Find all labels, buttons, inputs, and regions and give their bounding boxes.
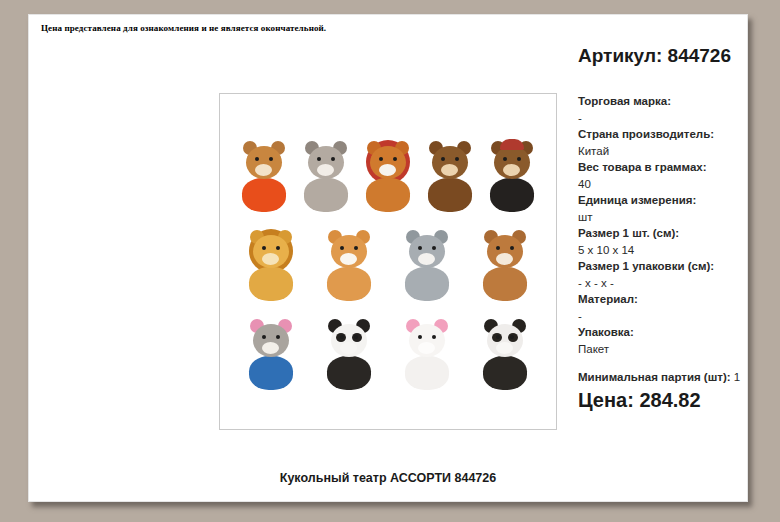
toy-gray-hamster — [297, 136, 355, 216]
muzzle-shape — [262, 342, 279, 354]
field-value: - — [578, 110, 744, 127]
body-shape — [327, 267, 371, 301]
minimum-batch-line: Минимальная партия (шт): 1 — [578, 370, 744, 385]
eye-shape — [503, 157, 507, 161]
field-weight: Вес товара в граммах: 40 — [578, 159, 744, 192]
field-value: шт — [578, 209, 744, 226]
field-unit: Единица измерения: шт — [578, 192, 744, 225]
muzzle-shape — [496, 342, 513, 354]
product-details-column: Артикул: 844726 Торговая марка: - Страна… — [578, 45, 744, 412]
field-country: Страна производитель: Китай — [578, 126, 744, 159]
muzzle-shape — [379, 164, 396, 176]
field-item-size: Размер 1 шт. (см): 5 x 10 x 14 — [578, 225, 744, 258]
toy-white-hamster — [398, 314, 456, 394]
body-shape — [304, 178, 348, 212]
toy-orange-horse — [359, 136, 417, 216]
minimum-batch-value: 1 — [734, 371, 740, 383]
muzzle-shape — [441, 164, 458, 176]
muzzle-shape — [418, 253, 435, 265]
price-disclaimer: Цена представлена для ознакомления и не … — [41, 23, 326, 33]
body-shape — [249, 267, 293, 301]
eye-shape — [340, 246, 344, 250]
field-label: Страна производитель: — [578, 126, 744, 143]
toy-tabby-cat — [320, 225, 378, 305]
toy-cat-blue-sweater — [242, 314, 300, 394]
toy-brown-monkey — [421, 136, 479, 216]
toy-lion — [242, 225, 300, 305]
field-label: Материал: — [578, 291, 744, 308]
eye-shape — [510, 335, 514, 339]
body-shape — [327, 356, 371, 390]
price-line: Цена: 284.82 — [578, 389, 744, 412]
body-shape — [249, 356, 293, 390]
minimum-batch-label: Минимальная партия (шт): — [578, 371, 731, 383]
eye-shape — [418, 335, 422, 339]
eye-shape — [276, 246, 280, 250]
field-value: 40 — [578, 176, 744, 193]
muzzle-shape — [262, 253, 279, 265]
price-value: 284.82 — [639, 389, 700, 411]
muzzle-shape — [496, 253, 513, 265]
body-shape — [490, 178, 534, 212]
eye-shape — [262, 335, 266, 339]
muzzle-shape — [317, 164, 334, 176]
field-label: Размер 1 шт. (см): — [578, 225, 744, 242]
eye-shape — [340, 335, 344, 339]
toy-row — [242, 225, 534, 305]
body-shape — [428, 178, 472, 212]
muzzle-shape — [418, 342, 435, 354]
muzzle-shape — [340, 253, 357, 265]
toy-panda — [320, 314, 378, 394]
body-shape — [405, 267, 449, 301]
body-shape — [366, 178, 410, 212]
product-image-grid — [220, 94, 556, 429]
field-label: Единица измерения: — [578, 192, 744, 209]
eye-shape — [517, 157, 521, 161]
field-label: Торговая марка: — [578, 93, 744, 110]
eye-shape — [379, 157, 383, 161]
eye-shape — [441, 157, 445, 161]
toy-brown-hamster — [476, 225, 534, 305]
article-number-heading: Артикул: 844726 — [578, 45, 744, 67]
eye-shape — [496, 246, 500, 250]
field-value: - — [578, 308, 744, 325]
price-label: Цена: — [578, 389, 634, 411]
toy-row — [235, 136, 541, 216]
eye-shape — [317, 157, 321, 161]
toy-teddy-bear-orange-shirt — [235, 136, 293, 216]
field-value: Китай — [578, 143, 744, 160]
toy-row — [242, 314, 534, 394]
field-value: - x - x - — [578, 275, 744, 292]
eye-shape — [262, 246, 266, 250]
product-card-page: Цена представлена для ознакомления и не … — [28, 14, 748, 502]
muzzle-shape — [340, 342, 357, 354]
field-label: Размер 1 упаковки (см): — [578, 258, 744, 275]
toy-husky — [476, 314, 534, 394]
eye-shape — [255, 157, 259, 161]
eye-shape — [455, 157, 459, 161]
eye-shape — [393, 157, 397, 161]
eye-shape — [269, 157, 273, 161]
field-material: Материал: - — [578, 291, 744, 324]
muzzle-shape — [503, 164, 520, 176]
body-shape — [483, 356, 527, 390]
product-title: Кукольный театр АССОРТИ 844726 — [29, 471, 747, 485]
field-package-size: Размер 1 упаковки (см): - x - x - — [578, 258, 744, 291]
toy-gray-hamster-2 — [398, 225, 456, 305]
toy-pirate-monkey — [483, 136, 541, 216]
eye-shape — [510, 246, 514, 250]
eye-shape — [276, 335, 280, 339]
field-label: Вес товара в граммах: — [578, 159, 744, 176]
product-photo — [219, 93, 557, 430]
eye-shape — [496, 335, 500, 339]
eye-shape — [432, 246, 436, 250]
eye-shape — [331, 157, 335, 161]
body-shape — [405, 356, 449, 390]
field-value: Пакет — [578, 341, 744, 358]
field-label: Упаковка: — [578, 324, 744, 341]
hat-shape — [500, 139, 524, 150]
field-value: 5 x 10 x 14 — [578, 242, 744, 259]
field-packaging: Упаковка: Пакет — [578, 324, 744, 357]
eye-shape — [432, 335, 436, 339]
field-trademark: Торговая марка: - — [578, 93, 744, 126]
